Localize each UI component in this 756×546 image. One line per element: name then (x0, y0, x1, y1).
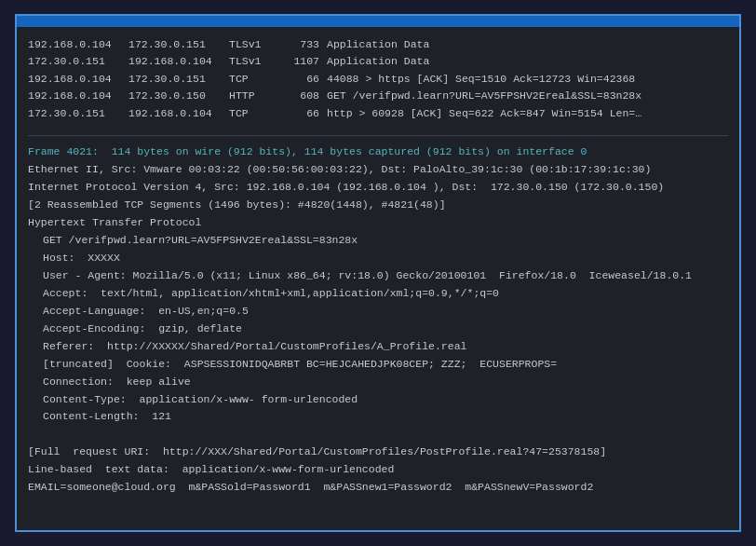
http-detail-line: Content-Type: application/x-www- form-ur… (28, 391, 728, 409)
title-bar (17, 16, 739, 27)
protocol: TCP (229, 71, 280, 88)
log-content: 192.168.0.104 172.30.0.151 TLSv1 733 App… (17, 27, 739, 530)
log-row: 172.30.0.151 192.168.0.104 TLSv1 1107 Ap… (28, 53, 728, 70)
info: http > 60928 [ACK] Seq=622 Ack=847 Win=5… (327, 105, 641, 122)
length: 66 (280, 105, 327, 122)
protocol: TLSv1 (229, 36, 280, 53)
detail-section: Frame 4021: 114 bytes on wire (912 bits)… (28, 143, 728, 497)
info: 44088 > https [ACK] Seq=1510 Ack=12723 W… (327, 71, 635, 88)
protocol: HTTP (229, 88, 280, 104)
info: Application Data (327, 53, 429, 70)
http-detail-line: User - Agent: Mozilla/5.0 (x11; Linux x8… (28, 267, 728, 285)
dst-ip: 192.168.0.104 (128, 53, 229, 70)
email-line: EMAIL=someone@cloud.org m&PASSold=Passwo… (28, 479, 728, 497)
ip-line: Internet Protocol Version 4, Src: 192.16… (28, 179, 728, 197)
dst-ip: 172.30.0.151 (128, 36, 229, 53)
info: Application Data (327, 36, 429, 53)
log-table: 192.168.0.104 172.30.0.151 TLSv1 733 App… (28, 36, 728, 122)
section-divider (28, 135, 728, 136)
src-ip: 172.30.0.151 (28, 105, 128, 122)
length: 608 (280, 88, 327, 104)
src-ip: 192.168.0.104 (28, 36, 128, 53)
http-detail-line: Accept-Language: en-US,en;q=0.5 (28, 303, 728, 321)
src-ip: 192.168.0.104 (28, 88, 128, 104)
http-detail-line: Accept-Encoding: gzip, deflate (28, 321, 728, 338)
ethernet-line: Ethernet II, Src: Vmware 00:03:22 (00:50… (28, 161, 728, 179)
frame-line: Frame 4021: 114 bytes on wire (912 bits)… (28, 143, 728, 161)
line-based-line: Line-based text data: application/x-www-… (28, 461, 728, 479)
dst-ip: 192.168.0.104 (128, 105, 229, 122)
length: 66 (280, 71, 327, 88)
log-row: 192.168.0.104 172.30.0.151 TCP 66 44088 … (28, 71, 728, 88)
full-uri-line: [Full request URI: http://XXX/Shared/Por… (28, 444, 728, 461)
log-row: 192.168.0.104 172.30.0.151 TLSv1 733 App… (28, 36, 728, 53)
http-detail-line: Accept: text/html, application/xhtml+xml… (28, 285, 728, 303)
blank-line (28, 426, 728, 444)
info: GET /verifpwd.learn?URL=AV5FPSHV2Ereal&S… (327, 88, 641, 104)
length: 1107 (280, 53, 327, 70)
http-detail-line: Connection: keep alive (28, 374, 728, 391)
protocol: TLSv1 (229, 53, 280, 70)
length: 733 (280, 36, 327, 53)
src-ip: 172.30.0.151 (28, 53, 128, 70)
tcp-line: [2 Reassembled TCP Segments (1496 bytes)… (28, 197, 728, 214)
http-detail-line: [truncated] Cookie: ASPSESSIONIDQABRBT B… (28, 356, 728, 374)
dst-ip: 172.30.0.150 (128, 88, 229, 104)
log-row: 192.168.0.104 172.30.0.150 HTTP 608 GET … (28, 88, 728, 104)
log-row: 172.30.0.151 192.168.0.104 TCP 66 http >… (28, 105, 728, 122)
http-detail-line: Host: XXXXX (28, 250, 728, 267)
http-detail-line: Content-Length: 121 (28, 408, 728, 426)
http-detail-line: GET /verifpwd.learn?URL=AV5FPSHV2Ereal&S… (28, 232, 728, 250)
http-detail-line: Referer: http://XXXXX/Shared/Portal/Cust… (28, 338, 728, 356)
dst-ip: 172.30.0.151 (128, 71, 229, 88)
protocol: TCP (229, 105, 280, 122)
log-window: 192.168.0.104 172.30.0.151 TLSv1 733 App… (15, 14, 741, 532)
src-ip: 192.168.0.104 (28, 71, 128, 88)
http-label: Hypertext Transfer Protocol (28, 214, 728, 232)
